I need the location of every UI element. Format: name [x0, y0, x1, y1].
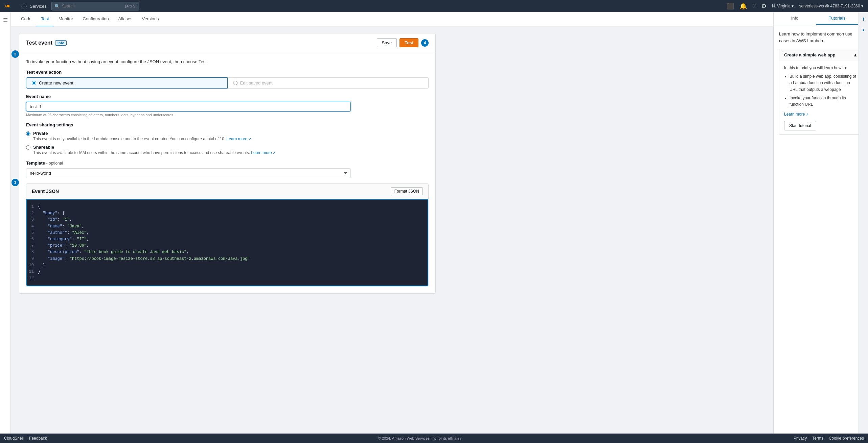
private-learn-more[interactable]: Learn more	[227, 137, 251, 141]
event-name-hint: Maximum of 25 characters consisting of l…	[26, 113, 429, 117]
private-content: Private This event is only available in …	[33, 131, 251, 141]
feedback-link[interactable]: Feedback	[29, 436, 47, 441]
right-tab-tutorials[interactable]: Tutorials	[816, 12, 858, 25]
top-navigation: ⋮⋮ Services 🔍 [Alt+S] ⬛ 🔔 ? ⚙ N. Virgini…	[0, 0, 868, 12]
action-edit-saved[interactable]: Edit saved event	[228, 77, 429, 89]
tutorial-bullet-2: Invoke your function through its functio…	[790, 95, 858, 108]
function-tabs: Code Test Monitor Configuration Aliases …	[11, 12, 773, 26]
tutorials-intro: Learn how to implement common use cases …	[779, 31, 863, 44]
json-line-1: 1 {	[27, 204, 428, 210]
sidebar-toggle: ☰	[0, 12, 11, 434]
global-search[interactable]: 🔍 [Alt+S]	[51, 2, 139, 10]
right-panel-body: Learn how to implement common use cases …	[774, 25, 868, 144]
search-input[interactable]	[62, 4, 123, 8]
create-new-radio[interactable]	[32, 81, 36, 85]
tutorial-card-header[interactable]: Create a simple web app ▲	[779, 49, 862, 61]
shareable-learn-more[interactable]: Learn more	[251, 150, 275, 155]
tutorial-description: In this tutorial you will learn how to:	[784, 65, 858, 71]
notifications-icon[interactable]: 🔔	[737, 2, 749, 10]
private-option: Private This event is only available in …	[26, 131, 429, 141]
cloudshell-link[interactable]: CloudShell	[4, 436, 24, 441]
tab-configuration[interactable]: Configuration	[78, 12, 113, 26]
event-name-section: Event name Maximum of 25 characters cons…	[26, 94, 429, 117]
copyright-text: © 2024, Amazon Web Services, Inc. or its…	[378, 436, 462, 440]
tutorial-learn-more[interactable]: Learn more	[784, 112, 808, 117]
region-selector[interactable]: N. Virginia ▾	[770, 2, 796, 10]
tab-code[interactable]: Code	[16, 12, 36, 26]
shareable-content: Shareable This event is available to IAM…	[33, 145, 276, 155]
tab-versions[interactable]: Versions	[137, 12, 164, 26]
json-line-2: 2 "body": {	[27, 210, 428, 217]
services-menu[interactable]: ⋮⋮ Services	[18, 2, 49, 10]
support-icon[interactable]: ?	[750, 2, 758, 10]
side-panel-toggle-icon[interactable]: ℹ	[858, 14, 868, 24]
action-create-new[interactable]: Create new event	[26, 77, 228, 89]
cloudshell-icon[interactable]: ⬛	[725, 2, 736, 10]
json-line-4: 4 "name": "Java",	[27, 223, 428, 230]
test-event-body: To invoke your function without saving a…	[19, 52, 435, 293]
test-event-header: Test event Info Save Test 4	[19, 33, 435, 52]
tab-aliases[interactable]: Aliases	[114, 12, 137, 26]
search-icon: 🔍	[54, 4, 60, 9]
private-radio[interactable]	[26, 131, 30, 136]
right-tab-info[interactable]: Info	[774, 12, 816, 25]
terms-link[interactable]: Terms	[812, 436, 823, 441]
step-4-badge: 4	[421, 39, 429, 47]
settings-icon[interactable]: ⚙	[759, 2, 769, 10]
tab-monitor[interactable]: Monitor	[54, 12, 78, 26]
test-event-title: Test event Info	[26, 40, 67, 46]
format-json-button[interactable]: Format JSON	[391, 187, 423, 195]
tutorial-bullet-1: Build a simple web app, consisting of a …	[790, 73, 858, 93]
tab-test[interactable]: Test	[36, 12, 54, 26]
info-badge[interactable]: Info	[55, 40, 67, 46]
template-label: Template - optional	[26, 161, 429, 166]
json-line-8: 8 "description": "This book guide to cre…	[27, 249, 428, 255]
private-label: Private	[33, 131, 251, 136]
json-line-5: 5 "author": "Alex",	[27, 230, 428, 236]
bottom-bar: CloudShell Feedback © 2024, Amazon Web S…	[0, 434, 868, 443]
bottom-right-links: Privacy Terms Cookie preferences	[794, 436, 864, 441]
action-label: Test event action	[26, 70, 429, 75]
json-line-10: 10 }	[27, 262, 428, 269]
sharing-section: Event sharing settings Private This even…	[26, 122, 429, 155]
aws-logo[interactable]	[3, 2, 15, 10]
private-desc: This event is only available in the Lamb…	[33, 137, 251, 141]
action-radio-group: Create new event Edit saved event	[26, 77, 429, 89]
json-line-9: 9 "image": "https://book-image-resize-st…	[27, 256, 428, 262]
edit-saved-radio[interactable]	[233, 81, 237, 85]
json-line-6: 6 "category": "IT",	[27, 236, 428, 243]
shareable-option: Shareable This event is available to IAM…	[26, 145, 429, 155]
page-content: 2 3 Test event Info Save Te	[11, 26, 444, 306]
nav-right-section: ⬛ 🔔 ? ⚙ N. Virginia ▾ serverless-ws @ 47…	[725, 2, 865, 10]
template-select[interactable]: hello-world apigateway-aws-proxy cloudwa…	[26, 168, 351, 178]
template-section: Template - optional hello-world apigatew…	[26, 161, 429, 178]
right-panel: Info Tutorials ✕ Learn how to implement …	[773, 12, 868, 434]
right-panel-tabs: Info Tutorials	[774, 12, 858, 25]
search-shortcut: [Alt+S]	[125, 4, 136, 8]
event-name-input[interactable]	[26, 102, 351, 112]
json-editor[interactable]: 1 { 2 "body": { 3 "id": "1",	[26, 199, 428, 286]
privacy-link[interactable]: Privacy	[794, 436, 807, 441]
sharing-title: Event sharing settings	[26, 122, 429, 127]
json-line-3: 3 "id": "1",	[27, 217, 428, 223]
shareable-radio[interactable]	[26, 145, 30, 150]
test-event-actions: Save Test 4	[377, 38, 429, 47]
test-button[interactable]: Test	[399, 38, 418, 47]
cookie-link[interactable]: Cookie preferences	[829, 436, 864, 441]
json-line-7: 7 "price": "10.89",	[27, 243, 428, 249]
save-button[interactable]: Save	[377, 38, 397, 47]
event-name-label: Event name	[26, 94, 429, 99]
json-card-header: Event JSON Format JSON	[26, 184, 428, 199]
json-line-11: 11 }	[27, 269, 428, 275]
tutorial-card: Create a simple web app ▲ In this tutori…	[779, 49, 863, 135]
tutorial-title: Create a simple web app	[784, 52, 853, 57]
menu-icon[interactable]: ☰	[1, 15, 10, 25]
start-tutorial-button[interactable]: Start tutorial	[784, 121, 816, 130]
shareable-label: Shareable	[33, 145, 276, 150]
tutorial-bullets: Build a simple web app, consisting of a …	[784, 73, 858, 108]
event-json-section: Event JSON Format JSON 1 { 2 "body": {	[26, 183, 429, 287]
shareable-desc: This event is available to IAM users wit…	[33, 150, 276, 155]
account-menu[interactable]: serverless-ws @ 4783-7191-2360 ▾	[797, 2, 865, 10]
side-circle-icon[interactable]: ●	[858, 24, 868, 35]
grid-icon: ⋮⋮	[20, 4, 28, 9]
